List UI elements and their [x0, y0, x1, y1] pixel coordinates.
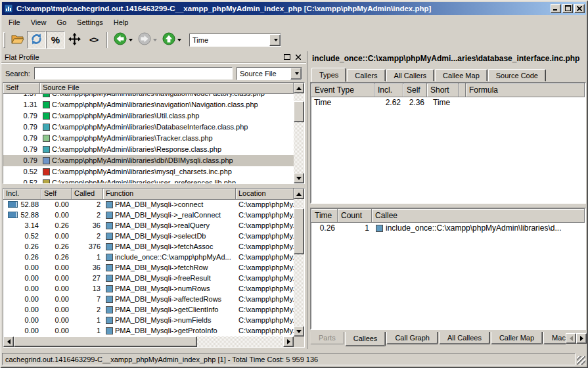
tab-all-callees[interactable]: All Callees [439, 332, 490, 344]
function-row[interactable]: 0.260.261include_once::C:\xampp\phpMyAd.… [3, 252, 294, 263]
source-file-row[interactable]: 1.37C:\xampp\phpMyAdmin\libraries\naviga… [3, 94, 294, 99]
event-type-row[interactable]: Time2.622.36Time [311, 97, 585, 109]
reload-button[interactable] [27, 31, 46, 49]
scroll-down-button[interactable] [294, 173, 304, 183]
callee-row[interactable]: 0.261include_once::C:\xampp\phpMyAdmin\l… [311, 223, 585, 235]
close-dock-icon[interactable] [294, 53, 303, 62]
relative-to-parent-button[interactable] [65, 31, 84, 49]
menu-item-view[interactable]: View [26, 16, 52, 28]
function-row[interactable]: 52.880.002PMA_DBI_Mysqli->connectC:\xamp… [3, 200, 294, 210]
function-row[interactable]: 0.000.0036PMA_DBI_Mysqli->fetchRowC:\xam… [3, 263, 294, 273]
tab-all-callers[interactable]: All Callers [386, 69, 435, 81]
tab-scroll-right-button[interactable] [576, 333, 587, 344]
scrollbar-thumb[interactable] [294, 208, 304, 254]
resize-grip[interactable] [577, 356, 585, 365]
source-file-row[interactable]: 0.79C:\xampp\phpMyAdmin\libraries\Util.c… [3, 110, 294, 122]
source-file-row[interactable]: 0.79C:\xampp\phpMyAdmin\libraries\Databa… [3, 122, 294, 133]
source-file-row[interactable]: 0.79C:\xampp\phpMyAdmin\libraries\Respon… [3, 144, 294, 155]
tab-call-graph[interactable]: Call Graph [386, 332, 438, 344]
scrollbar-track[interactable] [14, 336, 283, 347]
function-row[interactable]: 0.000.001PMA_DBI_Mysqli->numFieldsC:\xam… [3, 315, 294, 326]
source-header-source-file[interactable]: Source File [40, 83, 294, 94]
menu-item-help[interactable]: Help [108, 16, 134, 28]
scroll-up-button[interactable] [294, 83, 304, 93]
function-header-self[interactable]: Self [41, 189, 72, 200]
group-by-combo[interactable]: Source File [237, 67, 302, 80]
callees-header-callee[interactable]: Callee [372, 209, 585, 223]
event-type-combo[interactable]: Time [189, 34, 281, 47]
source-file-row[interactable]: 1.31C:\xampp\phpMyAdmin\libraries\naviga… [3, 99, 294, 110]
tab-caller-map[interactable]: Caller Map [491, 332, 543, 344]
tab-source-code[interactable]: Source Code [488, 69, 546, 81]
menu-item-settings[interactable]: Settings [72, 16, 108, 28]
tab-scroll-left-button[interactable] [566, 333, 576, 344]
tab-callers[interactable]: Callers [347, 69, 385, 81]
combo-dropdown-button[interactable] [269, 34, 281, 46]
cycle-detection-button[interactable]: <> [84, 31, 103, 49]
function-row[interactable]: 52.880.002PMA_DBI_Mysqli->_realConnectC:… [3, 210, 294, 221]
open-file-button[interactable] [8, 31, 27, 49]
dock-titlebar[interactable]: Flat Profile [1, 51, 306, 63]
scroll-right-button[interactable] [283, 336, 294, 347]
search-input[interactable] [34, 67, 233, 80]
scrollbar-thumb[interactable] [294, 101, 304, 122]
source-file-row[interactable]: 0.52C:\xampp\phpMyAdmin\libraries\mysql_… [3, 166, 294, 177]
source-header-self[interactable]: Self [3, 83, 40, 94]
relative-percent-button[interactable]: % [46, 31, 65, 49]
float-dock-icon[interactable] [283, 53, 292, 62]
function-header-function[interactable]: Function [103, 189, 236, 200]
function-header-called[interactable]: Called [72, 189, 103, 200]
back-button[interactable] [111, 31, 135, 49]
types-header-short[interactable]: Short [427, 83, 459, 97]
function-header-incl[interactable]: Incl. [3, 189, 41, 200]
close-button[interactable] [574, 4, 585, 13]
forward-dropdown-arrow[interactable] [153, 39, 157, 41]
types-header-incl[interactable]: Incl. [374, 83, 403, 97]
function-horizontal-scrollbar[interactable] [3, 336, 294, 347]
tab-types[interactable]: Types [311, 68, 346, 82]
toolbar-handle[interactable] [3, 32, 5, 48]
up-button[interactable] [160, 31, 184, 49]
function-row[interactable]: 0.000.0027PMA_DBI_Mysqli->freeResultC:\x… [3, 273, 294, 284]
tab-callees[interactable]: Callees [345, 332, 386, 346]
scrollbar-track[interactable] [294, 199, 304, 326]
function-row[interactable]: 0.000.007PMA_DBI_Mysqli->affectedRowsC:\… [3, 294, 294, 305]
callees-header-time[interactable]: Time [311, 209, 338, 223]
source-vertical-scrollbar[interactable] [294, 83, 304, 183]
menu-item-file[interactable]: File [3, 16, 26, 28]
function-row[interactable]: 0.000.002PMA_DBI_Mysqli->getClientInfoC:… [3, 305, 294, 315]
minimize-button[interactable] [551, 4, 561, 13]
function-row[interactable]: 3.140.2636PMA_DBI_Mysqli->realQueryC:\xa… [3, 221, 294, 231]
types-header-event-type[interactable]: Event Type [311, 83, 374, 97]
menu-item-go[interactable]: Go [51, 16, 72, 28]
callees-header-count[interactable]: Count [338, 209, 372, 223]
function-name: PMA_DBI_Mysqli->numRows [115, 285, 210, 292]
up-dropdown-arrow[interactable] [177, 39, 181, 41]
forward-button[interactable] [135, 31, 160, 49]
scrollbar-thumb[interactable] [14, 336, 197, 347]
combo-dropdown-button[interactable] [290, 68, 302, 80]
scrollbar-corner [294, 336, 304, 347]
tab-callee-map[interactable]: Callee Map [435, 69, 487, 81]
scrollbar-track[interactable] [294, 93, 304, 173]
types-header-self[interactable]: Self [403, 83, 427, 97]
types-header-formula[interactable]: Formula [466, 83, 585, 97]
function-row[interactable]: 0.000.001PMA_DBI_Mysqli->getProtoInfoC:\… [3, 326, 294, 336]
scroll-up-button[interactable] [294, 189, 304, 199]
function-row[interactable]: 0.000.0013PMA_DBI_Mysqli->numRowsC:\xamp… [3, 284, 294, 294]
function-header-location[interactable]: Location [236, 189, 294, 200]
source-file-row[interactable]: 0.79C:\xampp\phpMyAdmin\libraries\Tracke… [3, 133, 294, 144]
titlebar[interactable]: C:\xampp\tmp\cachegrind.out.1416463299-C… [2, 2, 586, 15]
function-row[interactable]: 0.260.26376PMA_DBI_Mysqli->fetchAssocC:\… [3, 242, 294, 252]
source-file-row[interactable]: 0.79C:\xampp\phpMyAdmin\libraries\dbi\DB… [3, 155, 294, 166]
scroll-left-button[interactable] [3, 336, 14, 347]
source-file-row[interactable]: 0.52C:\xampp\phpMyAdmin\libraries\user_p… [3, 177, 294, 183]
function-vertical-scrollbar[interactable] [294, 189, 304, 336]
function-row[interactable]: 0.520.002PMA_DBI_Mysqli->selectDbC:\xamp… [3, 231, 294, 242]
maximize-button[interactable] [562, 4, 573, 13]
scroll-down-button[interactable] [294, 326, 304, 336]
tab-machine-code[interactable]: Machine Code [543, 332, 566, 344]
called-cell: 7 [72, 294, 103, 305]
tab-parts[interactable]: Parts [310, 332, 344, 344]
back-dropdown-arrow[interactable] [129, 39, 133, 41]
